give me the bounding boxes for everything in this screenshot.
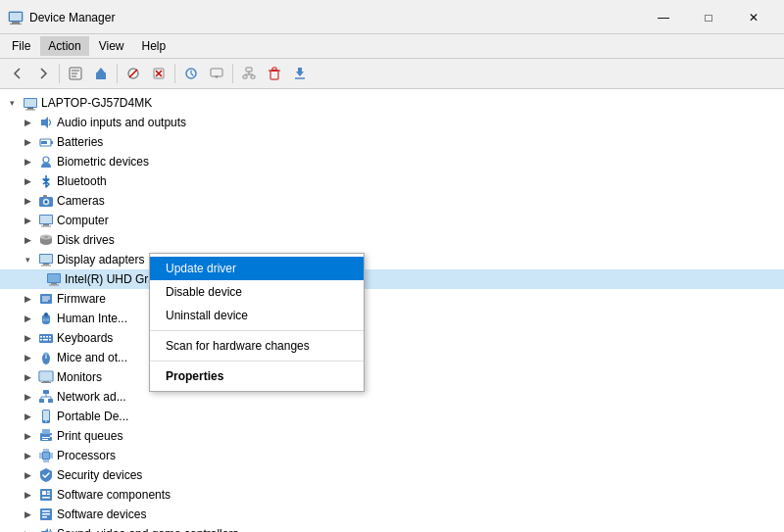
tree-item-audio[interactable]: ▶ Audio inputs and outputs [0, 113, 784, 132]
disk-expand-icon[interactable]: ▶ [20, 232, 35, 248]
portable-expand-icon[interactable]: ▶ [20, 409, 35, 424]
intel-icon [46, 271, 62, 287]
cameras-expand-icon[interactable]: ▶ [20, 193, 35, 209]
svg-rect-69 [40, 336, 42, 338]
svg-rect-24 [270, 71, 278, 79]
processors-expand-icon[interactable]: ▶ [20, 448, 35, 463]
svg-rect-8 [96, 73, 106, 79]
tree-item-portable[interactable]: ▶ Portable De... [0, 407, 784, 426]
ctx-update-driver[interactable]: Update driver [150, 257, 364, 280]
tree-item-bluetooth[interactable]: ▶ Bluetooth [0, 171, 784, 191]
toolbar-delete[interactable] [263, 62, 286, 85]
bluetooth-icon [38, 173, 54, 189]
toolbar-monitor[interactable] [205, 62, 228, 85]
tree-item-processors[interactable]: ▶ Proces [0, 446, 784, 465]
toolbar-properties[interactable] [64, 62, 87, 85]
close-button[interactable]: ✕ [731, 6, 776, 29]
security-expand-icon[interactable]: ▶ [20, 467, 35, 483]
mice-expand-icon[interactable]: ▶ [20, 350, 35, 365]
svg-rect-72 [49, 336, 51, 338]
tree-item-keyboards[interactable]: ▶ Keyboards [0, 328, 784, 348]
menu-help[interactable]: Help [134, 36, 174, 56]
main-content: ▾ LAPTOP-GJ57D4MK ▶ Audio inp [0, 89, 784, 532]
cameras-icon [38, 193, 54, 209]
tree-item-display[interactable]: ▾ Display adapters [0, 250, 784, 269]
human-label: Human Inte... [57, 312, 127, 325]
svg-marker-9 [97, 68, 105, 73]
ctx-disable-device[interactable]: Disable device [150, 280, 364, 304]
display-icon [38, 252, 54, 267]
ctx-scan-hardware[interactable]: Scan for hardware changes [150, 334, 364, 358]
toolbar-forward[interactable] [31, 62, 55, 85]
computer-expand-icon[interactable]: ▶ [20, 213, 35, 228]
audio-expand-icon[interactable]: ▶ [20, 115, 35, 130]
bluetooth-expand-icon[interactable]: ▶ [20, 173, 35, 189]
display-expand-icon[interactable]: ▾ [20, 252, 35, 267]
software-devices-expand-icon[interactable]: ▶ [20, 507, 35, 522]
biometric-icon [38, 154, 54, 169]
tree-item-security[interactable]: ▶ Security devices [0, 465, 784, 485]
processors-icon [38, 448, 54, 463]
tree-item-software-devices[interactable]: ▶ Software devices [0, 505, 784, 524]
device-tree[interactable]: ▾ LAPTOP-GJ57D4MK ▶ Audio inp [0, 89, 784, 532]
toolbar [0, 59, 784, 89]
tree-item-disk[interactable]: ▶ Disk drives [0, 230, 784, 250]
print-expand-icon[interactable]: ▶ [20, 428, 35, 444]
minimize-button[interactable]: — [641, 6, 686, 29]
tree-item-mice[interactable]: ▶ Mice and ot... [0, 348, 784, 367]
tree-item-firmware[interactable]: ▶ Firmware [0, 289, 784, 309]
biometric-label: Biometric devices [57, 155, 149, 169]
toolbar-disable[interactable] [122, 62, 145, 85]
title-bar: Device Manager — □ ✕ [0, 0, 784, 34]
menu-file[interactable]: File [4, 36, 38, 56]
network-expand-icon[interactable]: ▶ [20, 389, 35, 405]
sound-icon [38, 526, 54, 532]
batteries-expand-icon[interactable]: ▶ [20, 134, 35, 150]
human-icon [38, 311, 54, 326]
tree-root[interactable]: ▾ LAPTOP-GJ57D4MK [0, 93, 784, 113]
firmware-expand-icon[interactable]: ▶ [20, 291, 35, 307]
toolbar-sep-4 [232, 64, 233, 83]
firmware-label: Firmware [57, 292, 106, 306]
tree-item-software-components[interactable]: ▶ Software components [0, 485, 784, 505]
root-label: LAPTOP-GJ57D4MK [41, 96, 152, 110]
toolbar-download[interactable] [288, 62, 312, 85]
tree-item-human[interactable]: ▶ Human Inte... [0, 309, 784, 328]
menu-action[interactable]: Action [40, 36, 88, 56]
svg-rect-83 [43, 390, 49, 394]
menu-view[interactable]: View [91, 36, 132, 56]
svg-rect-94 [42, 437, 50, 438]
svg-rect-53 [43, 264, 49, 266]
monitors-expand-icon[interactable]: ▶ [20, 369, 35, 385]
biometric-expand-icon[interactable]: ▶ [20, 154, 35, 169]
toolbar-network[interactable] [237, 62, 261, 85]
root-expand-icon[interactable]: ▾ [4, 95, 20, 111]
software-components-expand-icon[interactable]: ▶ [20, 487, 35, 503]
maximize-button[interactable]: □ [686, 6, 731, 29]
tree-item-network[interactable]: ▶ Network ad... [0, 387, 784, 407]
svg-rect-58 [49, 285, 59, 286]
tree-item-sound[interactable]: ▶ Sound, video and game controllers [0, 524, 784, 532]
toolbar-uninstall[interactable] [147, 62, 171, 85]
tree-item-batteries[interactable]: ▶ Batteries [0, 132, 784, 152]
ctx-uninstall-device[interactable]: Uninstall device [150, 304, 364, 327]
toolbar-scan[interactable] [179, 62, 203, 85]
sound-expand-icon[interactable]: ▶ [20, 526, 35, 532]
ctx-properties[interactable]: Properties [150, 364, 364, 388]
keyboards-expand-icon[interactable]: ▶ [20, 330, 35, 346]
toolbar-back[interactable] [6, 62, 29, 85]
tree-item-print[interactable]: ▶ Print queues [0, 426, 784, 446]
human-expand-icon[interactable]: ▶ [20, 311, 35, 326]
svg-rect-2 [10, 24, 22, 24]
keyboards-label: Keyboards [57, 331, 113, 345]
svg-rect-3 [10, 13, 22, 21]
tree-item-intel[interactable]: Intel(R) UHD Graphics [0, 269, 784, 289]
tree-item-computer[interactable]: ▶ Computer [0, 211, 784, 230]
toolbar-update-driver[interactable] [89, 62, 113, 85]
mice-icon [38, 350, 54, 365]
tree-item-monitors[interactable]: ▶ Monitors [0, 367, 784, 387]
svg-rect-99 [43, 453, 49, 459]
svg-rect-91 [43, 411, 49, 420]
tree-item-cameras[interactable]: ▶ Cameras [0, 191, 784, 211]
tree-item-biometric[interactable]: ▶ Biometric devices [0, 152, 784, 171]
